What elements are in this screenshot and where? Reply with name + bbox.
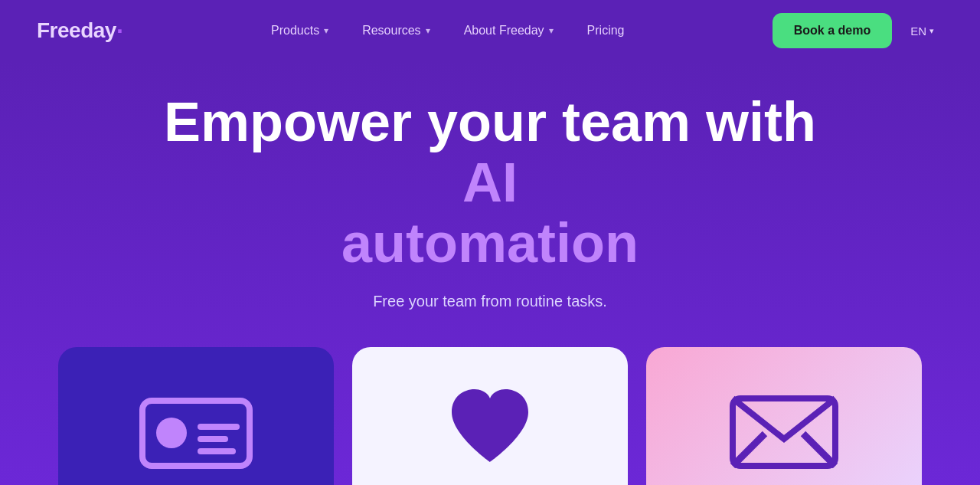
hero-title: Empower your team with AI automation xyxy=(145,92,835,274)
svg-line-6 xyxy=(733,434,765,466)
id-card-icon xyxy=(135,385,257,477)
nav-pricing-label: Pricing xyxy=(587,24,625,38)
nav-products[interactable]: Products ▾ xyxy=(257,16,342,45)
language-label: EN xyxy=(910,25,926,38)
mail-icon xyxy=(727,389,841,474)
nav-right: Book a demo EN ▾ xyxy=(773,13,943,48)
hero-title-ai: AI xyxy=(462,152,518,213)
nav-resources-label: Resources xyxy=(362,24,420,38)
svg-line-7 xyxy=(803,434,835,466)
feature-cards xyxy=(37,347,943,485)
chevron-down-icon: ▾ xyxy=(426,25,430,36)
nav-pricing[interactable]: Pricing xyxy=(573,16,639,45)
card-mail xyxy=(646,347,922,485)
logo-text: Freeday xyxy=(37,18,116,43)
hero-subtitle: Free your team from routine tasks. xyxy=(37,293,943,310)
nav-links: Products ▾ Resources ▾ About Freeday ▾ P… xyxy=(257,16,638,45)
chevron-down-icon: ▾ xyxy=(324,25,328,36)
book-demo-button[interactable]: Book a demo xyxy=(773,13,892,48)
nav-resources[interactable]: Resources ▾ xyxy=(348,16,443,45)
hero-title-part1: Empower your team with xyxy=(164,91,816,152)
chevron-down-icon: ▾ xyxy=(929,26,934,36)
navbar: Freeday· Products ▾ Resources ▾ About Fr… xyxy=(0,0,980,61)
svg-rect-3 xyxy=(198,436,228,442)
svg-rect-4 xyxy=(198,448,236,454)
hero-title-automation: automation xyxy=(341,212,639,274)
svg-rect-2 xyxy=(198,424,240,430)
nav-products-label: Products xyxy=(271,24,319,38)
chevron-down-icon: ▾ xyxy=(549,25,554,36)
nav-about-label: About Freeday xyxy=(464,24,544,38)
card-id xyxy=(58,347,334,485)
heart-icon xyxy=(444,389,536,474)
language-selector[interactable]: EN ▾ xyxy=(901,18,943,44)
card-heart xyxy=(352,347,628,485)
hero-section: Empower your team with AI automation Fre… xyxy=(0,61,980,485)
nav-about[interactable]: About Freeday ▾ xyxy=(450,16,567,45)
svg-point-1 xyxy=(156,418,187,448)
logo[interactable]: Freeday· xyxy=(37,18,123,43)
